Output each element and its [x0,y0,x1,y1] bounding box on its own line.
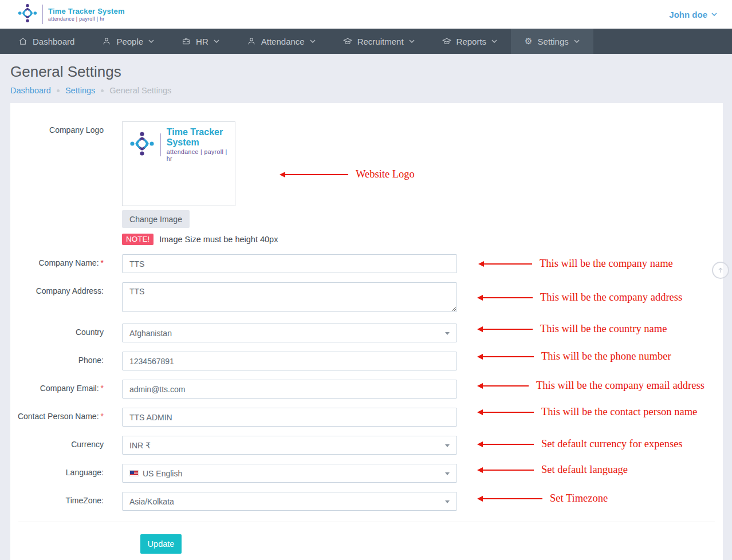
timezone-row: TimeZone: Asia/Kolkata [10,492,723,511]
nav-hr[interactable]: HR [168,29,233,54]
nav-people[interactable]: People [88,29,168,54]
company-logo-preview: Time Tracker System attendance | payroll… [122,121,235,206]
left-arrow [478,470,534,471]
annotation-email: This will be the company email address [478,380,705,392]
left-arrow [478,412,534,413]
app-title: Time Tracker System [48,7,125,15]
breadcrumb-dashboard[interactable]: Dashboard [10,86,51,95]
caret-down-icon [445,332,450,335]
user-menu[interactable]: John doe [669,10,717,19]
required-mark: * [101,384,104,393]
person-icon [102,37,111,46]
breadcrumb-dot [101,89,104,92]
company-name-input[interactable] [122,254,457,273]
nav-label: Dashboard [33,37,74,46]
caret-down-icon [445,500,450,503]
nav-label: HR [196,37,208,46]
main-nav: Dashboard People HR Attendance Recruitme… [0,29,732,54]
chevron-down-icon [711,13,717,16]
chevron-down-icon [214,40,219,43]
nav-dashboard[interactable]: Dashboard [5,29,88,54]
graduation-cap-icon [442,37,451,46]
currency-label: Currency [10,436,122,455]
nav-recruitment[interactable]: Recruitment [329,29,428,54]
form-footer-divider [18,522,715,522]
company-logo-label: Company Logo [10,121,122,245]
home-icon [18,37,27,46]
annotation-currency: Set default currency for expenses [478,438,683,450]
left-arrow [478,385,529,387]
nav-label: Attendance [261,37,305,46]
breadcrumb-dot [57,89,60,92]
company-name-label: Company Name:* [10,254,122,273]
change-image-button[interactable]: Change Image [122,210,190,228]
currency-select[interactable]: INR ₹ [122,436,457,455]
company-email-input[interactable] [122,380,457,399]
caret-down-icon [445,472,450,475]
person-icon [247,37,256,46]
phone-input[interactable] [122,352,457,370]
graduation-cap-icon [343,37,352,46]
logo-divider [42,5,43,24]
scroll-top-button[interactable] [712,262,729,279]
timezone-label: TimeZone: [10,492,122,511]
nav-attendance[interactable]: Attendance [233,29,329,54]
app-logo: Time Tracker System attendance | payroll… [17,3,125,26]
us-flag-icon [129,470,139,476]
required-mark: * [101,412,104,421]
country-label: Country [10,324,122,342]
language-label: Language: [10,464,122,483]
update-button[interactable]: Update [140,534,182,554]
nav-settings[interactable]: ⚙ Settings [511,29,593,54]
annotation-timezone: Set Timezone [478,492,608,504]
chevron-down-icon [491,40,497,43]
chevron-down-icon [310,40,316,43]
annotation-language: Set default language [478,464,628,476]
currency-value: INR ₹ [129,441,151,450]
nav-label: Reports [456,37,487,46]
top-header: Time Tracker System attendance | payroll… [0,0,732,29]
company-address-textarea[interactable]: TTS [122,282,457,312]
company-address-label: Company Address: [10,282,122,314]
gear-icon: ⚙ [525,37,532,46]
arrow-up-icon [716,266,725,275]
required-mark: * [101,258,104,267]
annotation-phone: This will be the phone number [478,350,671,362]
app-logo-icon [17,3,38,26]
country-value: Afghanistan [129,329,172,338]
left-arrow [478,444,534,445]
language-select[interactable]: US English [122,464,457,483]
left-arrow [479,263,532,265]
nav-label: People [116,37,143,46]
page-title: General Settings [10,63,723,80]
chevron-down-icon [148,40,154,43]
annotation-company-address: This will be the company address [478,291,682,303]
logo-divider [160,133,161,156]
phone-label: Phone: [10,352,122,370]
briefcase-icon [182,37,191,46]
nav-label: Settings [538,37,569,46]
left-arrow [478,356,534,357]
note-row: NOTE! Image Size must be height 40px [122,234,457,245]
country-select[interactable]: Afghanistan [122,324,457,342]
language-value: US English [143,469,182,478]
contact-person-label: Contact Person Name:* [10,408,122,427]
preview-logo-title: Time Tracker System [167,127,235,148]
nav-reports[interactable]: Reports [428,29,511,54]
contact-person-input[interactable] [122,408,457,427]
breadcrumb: Dashboard Settings General Settings [10,85,723,96]
user-name: John doe [669,10,707,19]
nav-label: Recruitment [357,37,404,46]
breadcrumb-settings[interactable]: Settings [65,86,95,95]
annotation-contact-person: This will be the contact person name [478,406,697,418]
annotation-website-logo: Website Logo [281,168,415,180]
left-arrow [281,174,348,175]
breadcrumb-current: General Settings [109,86,171,95]
note-text: Image Size must be height 40px [159,235,278,244]
annotation-company-name: This will be the company name [479,258,673,270]
timezone-select[interactable]: Asia/Kolkata [122,492,457,511]
left-arrow [478,498,542,499]
company-logo-row: Company Logo [10,121,723,245]
annotation-country: This will be the country name [478,323,667,335]
left-arrow [478,297,533,298]
